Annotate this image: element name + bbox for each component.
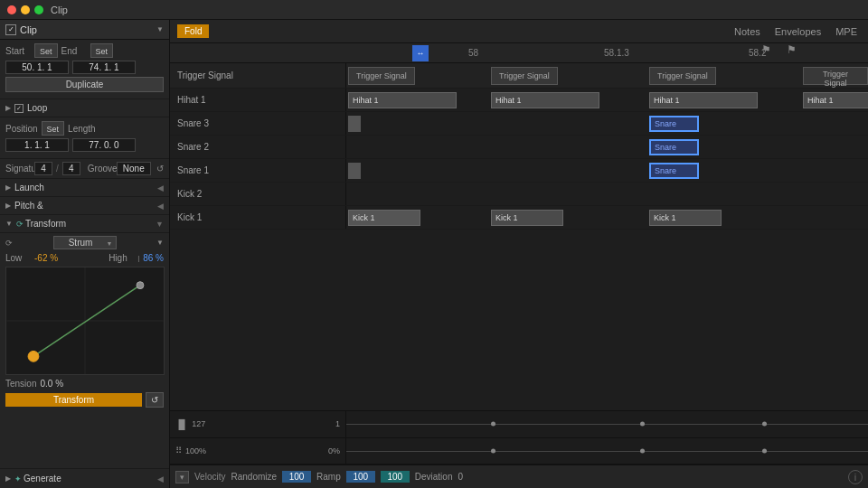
tab-envelopes[interactable]: Envelopes xyxy=(771,26,825,37)
maximize-button[interactable] xyxy=(34,5,43,14)
ruler-mark-581: 58.1.3 xyxy=(604,48,629,58)
ramp-value2[interactable]: 100 xyxy=(381,471,410,483)
auto-dot-p2[interactable] xyxy=(640,448,645,453)
ramp-label: Ramp xyxy=(316,472,341,482)
clip-chevron-icon[interactable]: ▼ xyxy=(156,25,164,33)
clip-snare1[interactable]: Snare xyxy=(649,163,699,179)
strum-dropdown[interactable]: Strum xyxy=(53,236,117,249)
clip-kick1-3[interactable]: Kick 1 xyxy=(649,210,722,226)
sig-numerator[interactable]: 4 xyxy=(34,162,52,175)
transform-refresh-button[interactable]: ↺ xyxy=(146,392,164,408)
trigger-btn-1[interactable]: Trigger Signal xyxy=(348,67,415,85)
transform-label: Transform xyxy=(25,219,66,229)
clip-panel-header: ✓ Clip ▼ xyxy=(0,20,169,40)
loop-checkbox[interactable]: ✓ xyxy=(14,104,24,113)
auto-bottom-value: 1 xyxy=(335,419,340,428)
velocity-dropdown-button[interactable]: ▾ xyxy=(175,471,189,483)
low-value[interactable]: -62 % xyxy=(34,253,58,263)
automation-area: ▐▌ 127 1 xyxy=(170,410,868,465)
clip-kick1-2[interactable]: Kick 1 xyxy=(491,210,563,226)
clip-checkbox[interactable]: ✓ xyxy=(5,24,16,35)
small-block-snare3 xyxy=(348,116,361,132)
loop-tri-icon: ▶ xyxy=(5,104,11,112)
strum-graph xyxy=(6,267,164,374)
high-label: High xyxy=(108,253,134,263)
trigger-btn-3[interactable]: Trigger Signal xyxy=(649,67,716,85)
duplicate-button[interactable]: Duplicate xyxy=(5,77,164,92)
groove-value[interactable]: None xyxy=(117,162,151,175)
loop-label: Loop xyxy=(27,103,47,113)
close-button[interactable] xyxy=(7,5,16,14)
tension-value[interactable]: 0.0 % xyxy=(40,379,63,389)
start-end-section: Start Set End Set 50. 1. 1 74. 1. 1 Dupl… xyxy=(0,40,169,99)
start-set-button[interactable]: Set xyxy=(34,43,58,58)
track-content-trigger: Trigger Signal Trigger Signal Trigger Si… xyxy=(346,63,868,88)
clip-hihat1-2[interactable]: Hihat 1 xyxy=(491,92,599,108)
length-label: Length xyxy=(68,124,96,134)
randomize-value[interactable]: 100 xyxy=(282,471,311,483)
clip-snare3[interactable]: Snare xyxy=(649,116,699,132)
trigger-btn-4[interactable]: Trigger Signal xyxy=(803,67,868,85)
track-label-text-snare1: Snare 1 xyxy=(177,165,209,175)
auto-dot-v2[interactable] xyxy=(640,422,645,427)
length-value[interactable]: 77. 0. 0 xyxy=(72,138,136,152)
position-value[interactable]: 1. 1. 1 xyxy=(5,138,69,152)
auto-dot-p3[interactable] xyxy=(762,448,767,453)
generate-arrow-icon: ◀ xyxy=(157,474,164,483)
tension-label: Tension xyxy=(5,379,36,389)
trigger-btn-2[interactable]: Trigger Signal xyxy=(491,67,558,85)
groove-refresh-icon[interactable]: ↺ xyxy=(155,164,165,174)
high-value[interactable]: 86 % xyxy=(143,253,164,263)
track-label-text-trigger: Trigger Signal xyxy=(177,70,233,80)
pitch-row[interactable]: ▶ Pitch & ◀ xyxy=(0,197,169,215)
svg-point-3 xyxy=(28,351,39,361)
track-content-hihat1: Hihat 1 Hihat 1 Hihat 1 Hihat 1 xyxy=(346,89,868,111)
fold-button[interactable]: Fold xyxy=(177,24,209,38)
low-high-row: Low -62 % High | 86 % xyxy=(5,253,164,263)
clip-hihat1-1[interactable]: Hihat 1 xyxy=(348,92,457,108)
svg-point-4 xyxy=(137,282,144,289)
track-row-hihat1: Hihat 1 Hihat 1 Hihat 1 Hihat 1 Hihat 1 xyxy=(170,89,868,112)
end-value[interactable]: 74. 1. 1 xyxy=(72,61,136,74)
low-label: Low xyxy=(5,253,31,263)
ramp-value1[interactable]: 100 xyxy=(346,471,375,483)
track-row-trigger: Trigger Signal Trigger Signal Trigger Si… xyxy=(170,63,868,89)
loop-section[interactable]: ▶ ✓ Loop xyxy=(0,99,169,117)
auto-dot-p1[interactable] xyxy=(491,448,495,453)
track-content-kick1: Kick 1 Kick 1 Kick 1 xyxy=(346,206,868,229)
signature-label: Signature xyxy=(5,164,31,174)
pos-len-values-row: 1. 1. 1 77. 0. 0 xyxy=(5,138,164,152)
clip-kick1-1[interactable]: Kick 1 xyxy=(348,210,420,226)
track-label-text-snare3: Snare 3 xyxy=(177,118,209,128)
minimize-button[interactable] xyxy=(21,5,30,14)
top-bar: Fold Notes Envelopes MPE xyxy=(170,20,868,43)
auto-label-percent: ⠿ 100% 0% xyxy=(170,438,346,465)
position-marker[interactable]: ↔ xyxy=(412,45,429,61)
clip-hihat1-4[interactable]: Hihat 1 xyxy=(803,92,868,108)
track-row-snare1: Snare 1 Snare xyxy=(170,159,868,183)
info-icon[interactable]: i xyxy=(848,470,863,484)
launch-label: Launch xyxy=(14,183,44,192)
launch-row[interactable]: ▶ Launch ◀ xyxy=(0,179,169,197)
clip-snare2[interactable]: Snare xyxy=(649,139,699,155)
position-set-button[interactable]: Set xyxy=(42,121,65,136)
end-set-button[interactable]: Set xyxy=(90,43,114,58)
clip-title: ✓ Clip xyxy=(5,24,37,35)
tab-mpe[interactable]: MPE xyxy=(832,26,861,37)
track-label-text-kick2: Kick 2 xyxy=(177,189,202,199)
start-value[interactable]: 50. 1. 1 xyxy=(5,61,69,74)
grid-icon: ⠿ xyxy=(175,446,182,455)
auto-top-value: 127 xyxy=(192,419,205,428)
transform-apply-button[interactable]: Transform xyxy=(5,393,142,407)
window-title: Clip xyxy=(51,5,68,15)
generate-row[interactable]: ▶ ✦ Generate ◀ xyxy=(0,468,169,488)
sig-denominator[interactable]: 4 xyxy=(62,162,80,175)
track-label-text-kick1: Kick 1 xyxy=(177,212,202,222)
transform-toggle-row[interactable]: ▼ ⟳ Transform ▼ xyxy=(0,215,169,233)
auto-dot-v1[interactable] xyxy=(491,422,495,427)
clip-hihat1-3[interactable]: Hihat 1 xyxy=(649,92,758,108)
strum-chevron-icon[interactable]: ▼ xyxy=(156,239,164,247)
strum-canvas[interactable] xyxy=(5,267,165,375)
tab-notes[interactable]: Notes xyxy=(731,26,764,37)
auto-dot-v3[interactable] xyxy=(762,422,767,427)
